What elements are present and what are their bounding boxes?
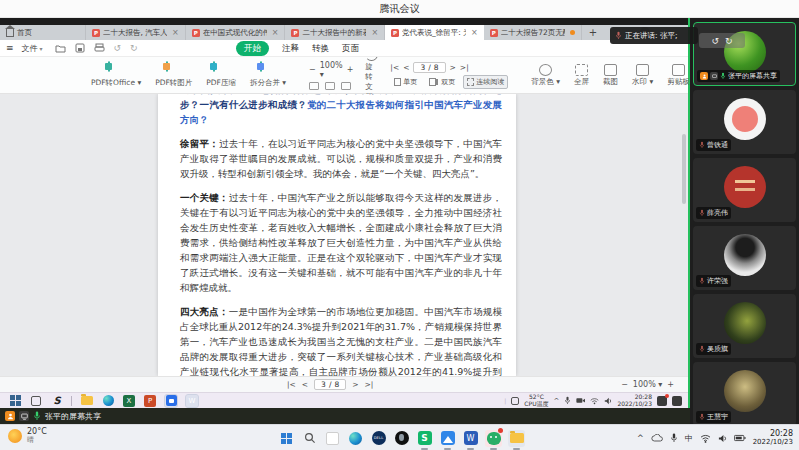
page-number-input[interactable]: 3/8 [413, 62, 445, 73]
file-menu[interactable]: 文件 [22, 43, 38, 54]
wechat-icon[interactable] [485, 430, 502, 447]
file-explorer-icon[interactable] [508, 430, 525, 447]
zoom-value[interactable]: 100% ▾ [320, 61, 343, 79]
print-icon[interactable] [94, 43, 105, 53]
first-page-button[interactable]: |< [287, 380, 296, 389]
hamburger-icon[interactable]: ≡ [6, 43, 14, 53]
blue-doc-app-icon[interactable]: W [462, 430, 479, 447]
camera-tray-icon[interactable] [576, 397, 585, 404]
remote-clock[interactable]: 20:282022/10/23 [617, 394, 652, 407]
remote-excel-icon[interactable]: X [123, 395, 135, 407]
remote-wps-app-icon[interactable]: W [186, 395, 198, 407]
split-merge-button[interactable]: 拆分合并 ▾ [243, 62, 293, 88]
battery-tray-icon[interactable] [734, 434, 746, 442]
speaker-tray-icon[interactable] [604, 397, 612, 405]
participant-tile[interactable]: 吴质旗 [693, 294, 796, 358]
background-color-button[interactable]: 背景色 ▾ [524, 64, 567, 87]
weather-widget[interactable]: 20°C 晴 [8, 427, 47, 445]
ime-indicator[interactable]: 中 [685, 433, 693, 444]
participant-tile[interactable]: 王慧宇 [693, 362, 796, 424]
last-page-button[interactable]: >| [365, 380, 374, 389]
zoom-in-button[interactable]: + [667, 380, 674, 389]
remote-notification-app-icon[interactable] [657, 396, 667, 406]
mic-tray-icon[interactable] [670, 433, 678, 443]
mic-tray-icon[interactable] [564, 396, 571, 405]
remote-meeting-app-icon[interactable] [165, 395, 177, 407]
mountain-app-icon[interactable] [439, 430, 456, 447]
remote-tray-app-icon[interactable] [672, 396, 682, 406]
new-tab-button[interactable]: + [582, 25, 604, 40]
participant-tile[interactable]: 薛亮伟 [693, 158, 796, 222]
fit-page-icon[interactable] [309, 82, 319, 90]
redo-icon[interactable]: ↻ [130, 43, 138, 53]
zoom-value[interactable]: 100% ▾ [633, 380, 662, 389]
cpu-temp-widget[interactable]: 52°CCPU温度 [524, 394, 548, 407]
tab-close-icon[interactable]: × [172, 28, 179, 37]
tab-close-icon[interactable]: × [371, 28, 378, 37]
tab-doc-2[interactable]: P 在中国式现代化的伟大进.. × [186, 25, 286, 40]
hidden-icons-caret[interactable]: ^ [637, 434, 644, 443]
participant-tile-zhangping[interactable]: 张平的屏幕共享 [693, 22, 796, 86]
remote-show-desktop-icon[interactable] [511, 397, 519, 405]
tab-close-icon[interactable]: × [471, 28, 478, 37]
screenshot-button[interactable]: 截图 [596, 64, 625, 87]
dell-app-icon[interactable]: DELL [370, 430, 387, 447]
alienware-app-icon[interactable] [393, 430, 410, 447]
tab-doc-1[interactable]: P 二十大报告, 汽车人必读.. × [86, 25, 186, 40]
fullscreen-button[interactable]: 全屏 [567, 64, 596, 87]
remote-s-app-icon[interactable]: S [51, 395, 63, 407]
ribbon-tab-start[interactable]: 开始 [236, 41, 269, 56]
local-clock[interactable]: 20:28 2022/10/23 [753, 430, 793, 447]
save-icon[interactable] [75, 43, 85, 53]
tab-close-icon[interactable]: × [272, 28, 279, 37]
page-number-input[interactable]: 3/8 [314, 379, 346, 390]
zoom-out-button[interactable]: − [621, 380, 628, 389]
arrow-forward-icon[interactable]: ↻ [725, 36, 733, 46]
layout-arrows-overlay[interactable]: ↺ ↻ [699, 33, 745, 48]
prev-page-button[interactable]: < [403, 63, 409, 72]
ribbon-tab-annotate[interactable]: 注释 [282, 43, 299, 55]
edge-icon[interactable] [347, 430, 364, 447]
zoom-out-button[interactable]: − [309, 65, 316, 74]
watermark-button[interactable]: 水印 ▾ [625, 64, 660, 87]
pdf-compress-button[interactable]: PDF压缩 [199, 62, 243, 88]
next-page-button[interactable]: > [450, 63, 456, 72]
open-folder-icon[interactable] [55, 44, 66, 53]
single-page-mode-button[interactable]: 单页 [390, 75, 421, 89]
remote-task-view-icon[interactable] [30, 395, 42, 407]
undo-icon[interactable]: ↺ [114, 43, 122, 53]
arrow-back-icon[interactable]: ↺ [711, 36, 719, 46]
remote-file-explorer-icon[interactable] [81, 395, 93, 407]
continuous-mode-button[interactable]: 连续阅读 [463, 75, 508, 89]
ribbon-tab-page[interactable]: 页面 [342, 43, 359, 55]
remote-edge-icon[interactable] [102, 395, 114, 407]
remote-powerpoint-icon[interactable]: P [144, 395, 156, 407]
first-page-button[interactable]: |< [390, 63, 399, 72]
tab-doc-5[interactable]: P 二十大报告72页无酬版全.. [484, 25, 582, 40]
tab-home[interactable]: 首页 [0, 25, 86, 40]
speaker-tray-icon[interactable] [718, 434, 727, 443]
search-icon[interactable] [301, 430, 318, 447]
pdf-to-image-button[interactable]: PDF转图片 [148, 62, 199, 88]
tab-doc-4-active[interactable]: P 党代表说_徐留平: 为建.. × [385, 25, 484, 40]
start-button[interactable] [278, 430, 295, 447]
fit-window-icon[interactable] [341, 82, 351, 90]
hidden-icons-caret[interactable]: ^ [554, 397, 560, 405]
cloud-tray-icon[interactable] [651, 434, 663, 442]
ribbon-tab-convert[interactable]: 转换 [312, 43, 329, 55]
network-tray-icon[interactable] [590, 397, 599, 405]
vertical-scrollbar[interactable] [682, 134, 686, 204]
last-page-button[interactable]: >| [460, 63, 469, 72]
participant-tile[interactable]: 许荣强 [693, 226, 796, 290]
task-view-app-icon[interactable] [324, 430, 341, 447]
zoom-in-button[interactable]: + [347, 65, 354, 74]
green-s-app-icon[interactable]: S [416, 430, 433, 447]
remote-start-button[interactable] [9, 395, 21, 407]
fit-width-icon[interactable] [325, 82, 335, 90]
tab-doc-3[interactable]: P 二十大报告中的新表述新.. × [285, 25, 385, 40]
pdf-to-office-button[interactable]: PDF转Office ▾ [84, 62, 148, 88]
prev-page-button[interactable]: < [302, 380, 308, 389]
wifi-tray-icon[interactable] [700, 434, 711, 443]
next-page-button[interactable]: > [352, 380, 358, 389]
participant-tile[interactable]: 曾铁通 [693, 90, 796, 154]
